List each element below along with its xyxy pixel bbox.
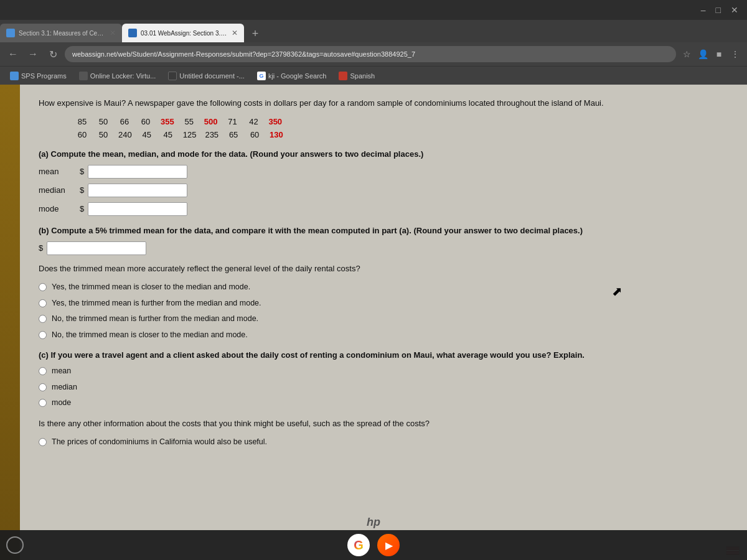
d1-v9: 42 [247, 117, 260, 126]
account-icon[interactable]: 👤 [696, 47, 710, 61]
sidebar-accent [0, 85, 20, 560]
spanish-icon [339, 72, 347, 80]
apps-icon [10, 72, 19, 80]
mean-input[interactable] [88, 165, 187, 179]
mode-label: mode [39, 204, 76, 213]
d1-v5: 355 [161, 117, 174, 126]
d1-v10: 350 [268, 117, 282, 126]
option-4[interactable]: No, the trimmed mean is closer to the me… [39, 330, 728, 341]
tab-label-1: Section 3.1: Measures of Central [19, 30, 106, 37]
median-label: median [39, 185, 76, 195]
address-input[interactable] [65, 46, 676, 62]
d2-v4: 45 [141, 130, 153, 139]
new-tab-button[interactable]: + [247, 25, 264, 42]
mode-row: mode $ [39, 202, 728, 216]
bookmark-online-label: Online Locker: Virtu... [90, 72, 156, 80]
d1-v7: 500 [204, 117, 218, 126]
extension-icon[interactable]: ■ [712, 47, 726, 61]
back-button[interactable]: ← [5, 46, 21, 62]
d1-v8: 71 [226, 117, 238, 126]
bookmark-sps[interactable]: SPS Programs [6, 70, 70, 82]
title-bar-close[interactable]: ✕ [727, 5, 742, 15]
tab-bar: Section 3.1: Measures of Central ✕ 03.01… [0, 20, 747, 42]
mode-input[interactable] [88, 202, 187, 216]
median-dollar: $ [80, 185, 84, 195]
radio-opt1[interactable] [39, 283, 47, 291]
google-taskbar-icon[interactable]: G [347, 534, 370, 556]
title-bar-minimize[interactable]: – [697, 5, 710, 15]
c-sub-text: The prices of condominiums in California… [52, 437, 267, 448]
c-sub-option[interactable]: The prices of condominiums in California… [39, 437, 728, 448]
bookmark-untitled-label: Untitled document -... [179, 72, 245, 80]
d1-v6: 55 [183, 117, 195, 126]
address-bar-row: ← → ↻ ☆ 👤 ■ ⋮ [0, 42, 747, 66]
radio-c-mean[interactable] [39, 367, 47, 375]
page-inner: How expensive is Maui? A newspaper gave … [0, 85, 747, 560]
page-content: How expensive is Maui? A newspaper gave … [0, 85, 747, 560]
main-content: How expensive is Maui? A newspaper gave … [20, 85, 747, 560]
menu-icon[interactable]: ⋮ [728, 47, 742, 61]
part-c-sub-options: The prices of condominiums in California… [39, 437, 728, 448]
tab-webassign[interactable]: 03.01 WebAssign: Section 3.1: M ✕ [122, 24, 244, 42]
c-mean-text: mean [52, 366, 71, 377]
bookmarks-bar: SPS Programs Online Locker: Virtu... Unt… [0, 66, 747, 85]
mean-row: mean $ [39, 165, 728, 179]
bookmark-spanish-label: Spanish [350, 72, 375, 80]
part-b-sub-question: Does the trimmed mean more accurately re… [39, 263, 728, 275]
tab-close-1[interactable]: ✕ [110, 29, 116, 37]
part-b-input-row: $ [39, 241, 728, 255]
c-mode-text: mode [52, 398, 71, 409]
radio-c-sub[interactable] [39, 438, 47, 446]
c-option-mode[interactable]: mode [39, 398, 728, 409]
part-a-label: (a) Compute the mean, median, and mode f… [39, 149, 728, 159]
refresh-button[interactable]: ↻ [45, 46, 61, 62]
part-c-label: (c) If you were a travel agent and a cli… [39, 350, 728, 360]
bookmark-google[interactable]: G kji - Google Search [253, 70, 331, 82]
option-1[interactable]: Yes, the trimmed mean is closer to the m… [39, 282, 728, 293]
radio-c-mode[interactable] [39, 399, 47, 407]
d2-v3: 240 [118, 130, 132, 139]
d2-v10: 130 [270, 130, 283, 139]
radio-opt4[interactable] [39, 331, 47, 339]
d1-v4: 60 [139, 117, 152, 126]
address-icons: ☆ 👤 ■ ⋮ [680, 47, 742, 61]
mode-dollar: $ [80, 204, 84, 213]
radio-c-median[interactable] [39, 383, 47, 391]
d2-v1: 60 [76, 130, 88, 139]
radio-opt3[interactable] [39, 315, 47, 323]
option-2[interactable]: Yes, the trimmed mean is further from th… [39, 298, 728, 309]
option-3[interactable]: No, the trimmed mean is further from the… [39, 314, 728, 325]
play-triangle-icon: ▶ [385, 539, 393, 551]
home-button[interactable] [6, 536, 24, 554]
tab-close-2[interactable]: ✕ [232, 29, 238, 37]
locker-icon [79, 72, 88, 80]
play-taskbar-icon[interactable]: ▶ [377, 534, 400, 556]
c-option-mean[interactable]: mean [39, 366, 728, 377]
data-row-1: 85 50 66 60 355 55 500 71 42 350 [39, 117, 728, 126]
bookmark-untitled[interactable]: Untitled document -... [164, 70, 248, 82]
option-2-text: Yes, the trimmed mean is further from th… [52, 298, 261, 309]
title-bar: – □ ✕ [0, 0, 747, 20]
title-bar-restore[interactable]: □ [712, 5, 725, 15]
d1-v1: 85 [76, 117, 88, 126]
c-option-median[interactable]: median [39, 382, 728, 393]
tab-section31[interactable]: Section 3.1: Measures of Central ✕ [0, 24, 122, 42]
part-b-label: (b) Compute a 5% trimmed mean for the da… [39, 226, 728, 235]
option-1-text: Yes, the trimmed mean is closer to the m… [52, 282, 250, 293]
d1-v2: 50 [97, 117, 110, 126]
part-b-options: Yes, the trimmed mean is closer to the m… [39, 282, 728, 340]
bookmark-spanish[interactable]: Spanish [335, 70, 378, 82]
median-input[interactable] [88, 184, 187, 197]
median-row: median $ [39, 184, 728, 197]
radio-opt2[interactable] [39, 299, 47, 307]
option-4-text: No, the trimmed mean is closer to the me… [52, 330, 248, 341]
bookmark-online[interactable]: Online Locker: Virtu... [75, 70, 160, 82]
star-icon[interactable]: ☆ [680, 47, 693, 61]
forward-button[interactable]: → [25, 46, 41, 62]
trimmed-mean-input[interactable] [47, 241, 146, 255]
part-b-dollar: $ [39, 243, 43, 253]
part-c-sub-question: Is there any other information about the… [39, 418, 728, 430]
data-row-2: 60 50 240 45 45 125 235 65 60 130 [39, 130, 728, 139]
tab-label-2: 03.01 WebAssign: Section 3.1: M [141, 30, 228, 37]
title-bar-controls: – □ ✕ [697, 5, 742, 15]
